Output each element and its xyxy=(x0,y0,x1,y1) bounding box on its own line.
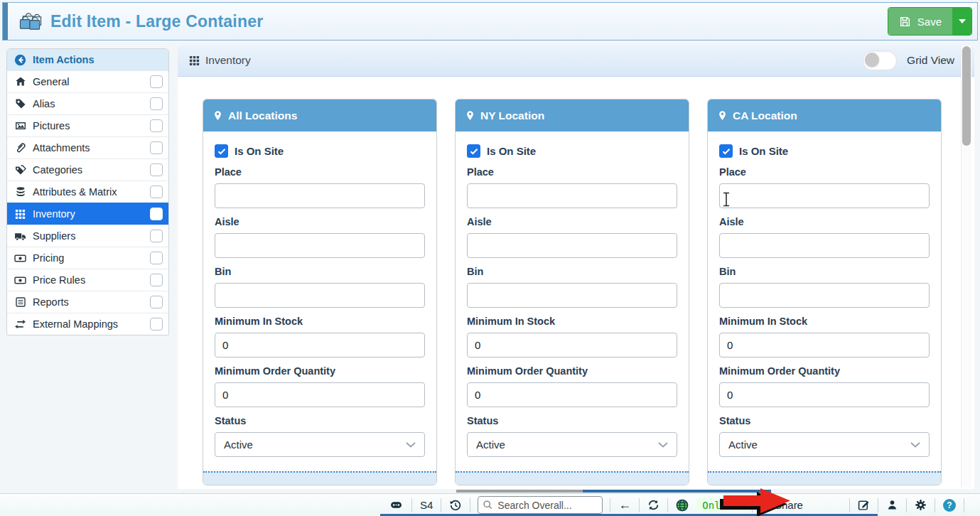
aisle-input[interactable] xyxy=(719,233,930,258)
bin-input[interactable] xyxy=(467,283,677,308)
sidebar-item-attributes-matrix[interactable]: Attributes & Matrix xyxy=(7,181,168,203)
place-label: Place xyxy=(719,166,930,178)
sidebar-item-checkbox[interactable] xyxy=(150,186,163,198)
bin-input[interactable] xyxy=(719,283,930,308)
aisle-input[interactable] xyxy=(467,233,677,258)
sidebar-item-label: Price Rules xyxy=(33,274,85,286)
s4-label: S4 xyxy=(420,499,433,511)
taskbar-divider xyxy=(906,498,907,512)
sidebar-item-label: General xyxy=(33,76,70,87)
online-label: Online xyxy=(696,498,744,512)
swap-icon xyxy=(14,318,26,330)
search-input[interactable] xyxy=(478,497,602,513)
bin-label: Bin xyxy=(215,266,425,278)
page-title: Edit Item - Large Container xyxy=(50,12,263,31)
place-input[interactable] xyxy=(467,183,677,208)
back-button[interactable]: ← xyxy=(612,498,637,512)
sidebar-item-alias[interactable]: Alias xyxy=(7,92,168,114)
sidebar-item-checkbox[interactable] xyxy=(150,252,163,264)
sidebar-item-inventory[interactable]: Inventory xyxy=(7,203,168,225)
minimum-order-quantity-label: Minimum Order Quantity xyxy=(467,365,677,377)
horizontal-scrollbar-thumb[interactable] xyxy=(456,490,583,493)
sidebar-item-reports[interactable]: Reports xyxy=(7,291,168,313)
is-on-site-checkbox[interactable] xyxy=(467,144,480,158)
sidebar-item-checkbox[interactable] xyxy=(150,208,163,220)
sidebar-item-checkbox[interactable] xyxy=(150,230,163,242)
sidebar-item-checkbox[interactable] xyxy=(150,119,163,132)
location-cards-row: All Locations Is On Site PlaceAisleBinMi… xyxy=(178,77,974,485)
sidebar-item-pictures[interactable]: Pictures xyxy=(7,114,168,136)
aisle-label: Aisle xyxy=(467,216,677,228)
inventory-panel: Inventory Grid View All Locations Is On … xyxy=(178,45,974,489)
minimum-order-quantity-label: Minimum Order Quantity xyxy=(215,365,425,377)
grid-icon xyxy=(189,55,200,66)
online-status[interactable]: Online xyxy=(669,498,750,512)
grid-view-label: Grid View xyxy=(907,54,954,67)
sidebar-item-categories[interactable]: Categories xyxy=(7,158,168,181)
minimum-in-stock-input[interactable] xyxy=(719,333,930,358)
minimum-in-stock-input[interactable] xyxy=(215,333,425,358)
vertical-scrollbar-thumb[interactable] xyxy=(962,46,971,146)
sidebar-item-label: Reports xyxy=(33,296,69,308)
location-card-ny-location: NY Location Is On Site PlaceAisleBinMini… xyxy=(455,99,689,485)
status-select[interactable]: Active xyxy=(719,432,930,457)
is-on-site-checkbox[interactable] xyxy=(215,144,228,158)
history-icon xyxy=(449,499,462,512)
sidebar-item-checkbox[interactable] xyxy=(150,296,163,308)
select-value: Active xyxy=(728,439,758,451)
taskbar-divider xyxy=(878,498,878,512)
is-on-site-checkbox[interactable] xyxy=(719,144,733,158)
help-button[interactable]: ? xyxy=(937,499,962,512)
minimum-in-stock-input[interactable] xyxy=(467,333,677,358)
sidebar-item-pricing[interactable]: Pricing xyxy=(7,247,168,269)
grid-icon xyxy=(14,209,26,220)
user-button[interactable] xyxy=(880,499,905,511)
sidebar-item-checkbox[interactable] xyxy=(150,318,163,330)
sidebar-item-suppliers[interactable]: Suppliers xyxy=(7,225,168,247)
bin-label: Bin xyxy=(719,266,930,278)
sidebar-item-checkbox[interactable] xyxy=(150,141,163,154)
sidebar-item-price-rules[interactable]: Price Rules xyxy=(7,269,168,291)
place-input[interactable] xyxy=(215,183,425,208)
aisle-input[interactable] xyxy=(215,233,425,258)
sidebar-item-checkbox[interactable] xyxy=(150,97,163,110)
history-button[interactable] xyxy=(443,499,468,512)
status-select[interactable]: Active xyxy=(215,432,425,457)
vertical-scrollbar[interactable] xyxy=(961,45,971,488)
grid-view-toggle[interactable] xyxy=(863,50,897,70)
minimum-order-quantity-input[interactable] xyxy=(719,382,930,407)
globe-icon xyxy=(676,499,689,512)
bin-input[interactable] xyxy=(215,283,425,308)
save-dropdown-button[interactable] xyxy=(952,8,971,35)
status-label: Status xyxy=(215,415,425,427)
sidebar-item-checkbox[interactable] xyxy=(150,274,163,286)
toggle-knob xyxy=(865,53,879,67)
taskbar-divider xyxy=(441,498,441,512)
place-input[interactable] xyxy=(719,183,930,208)
capsule-button[interactable] xyxy=(382,499,410,511)
save-button[interactable]: Save xyxy=(888,8,952,35)
share-button[interactable]: Share xyxy=(754,499,809,511)
sidebar-item-checkbox[interactable] xyxy=(150,75,163,88)
minimum-in-stock-label: Minimum In Stock xyxy=(719,316,930,328)
edit-button[interactable] xyxy=(851,499,876,511)
sidebar-item-checkbox[interactable] xyxy=(150,163,163,176)
sidebar-item-general[interactable]: General xyxy=(7,70,168,92)
status-select[interactable]: Active xyxy=(467,432,677,457)
sidebar-item-attachments[interactable]: Attachments xyxy=(7,136,168,158)
minimum-order-quantity-input[interactable] xyxy=(215,382,425,407)
caret-down-icon xyxy=(959,19,966,23)
refresh-button[interactable] xyxy=(641,499,666,511)
sidebar-item-external-mappings[interactable]: External Mappings xyxy=(7,313,168,335)
circle-arrow-left-icon[interactable] xyxy=(14,54,26,66)
minimum-in-stock-label: Minimum In Stock xyxy=(467,316,677,328)
settings-button[interactable] xyxy=(908,499,933,511)
person-icon xyxy=(886,499,898,511)
s4-button[interactable]: S4 xyxy=(414,499,439,511)
tags-icon xyxy=(14,164,26,176)
aisle-label: Aisle xyxy=(215,216,425,228)
minimum-order-quantity-input[interactable] xyxy=(467,382,677,407)
is-on-site-label: Is On Site xyxy=(739,145,788,157)
chevron-down-icon xyxy=(910,442,920,448)
sidebar-item-label: Pictures xyxy=(33,120,70,131)
